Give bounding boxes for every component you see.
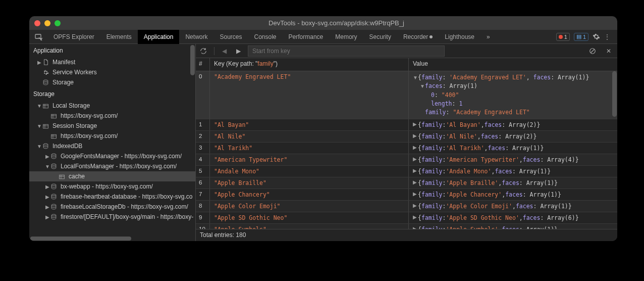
- expand-twisty-icon[interactable]: ▶: [413, 203, 418, 208]
- table-row[interactable]: 4"American Typewriter"▶{family: 'America…: [196, 154, 617, 166]
- sidebar-item[interactable]: ▼IndexedDB: [29, 141, 195, 151]
- info-icon: ▤: [576, 33, 581, 40]
- sidebar-item-label: firestore/[DEFAULT]/boxy-svg/main - http…: [61, 213, 193, 220]
- expand-twisty-icon[interactable]: ▶: [413, 214, 418, 220]
- row-index: 7: [196, 189, 210, 200]
- sidebar-item[interactable]: ▶firestore/[DEFAULT]/boxy-svg/main - htt…: [29, 212, 195, 222]
- tab-sources[interactable]: Sources: [213, 30, 248, 44]
- table-row[interactable]: 6"Apple Braille"▶{family: 'Apple Braille…: [196, 177, 617, 189]
- maximize-window-button[interactable]: [55, 20, 61, 26]
- table-row[interactable]: 3"Al Tarikh"▶{family: 'Al Tarikh', faces…: [196, 143, 617, 154]
- expand-twisty-icon[interactable]: ▶: [413, 156, 418, 162]
- error-badge[interactable]: 1: [556, 33, 570, 41]
- tab-recorder[interactable]: Recorder: [397, 30, 439, 44]
- tree-twisty-icon: ▶: [36, 60, 42, 65]
- sidebar-item[interactable]: ▶GoogleFontsManager - https://boxy-svg.c…: [29, 151, 195, 161]
- refresh-button[interactable]: [200, 48, 209, 55]
- svg-rect-3: [51, 114, 57, 118]
- main-panel: ◀ ▶ ✕ # Key (Key path: "family") Value: [196, 44, 617, 241]
- row-value: ▶{family: 'Al Bayan', faces: Array(2)}: [409, 119, 617, 130]
- sidebar-h-scrollbar[interactable]: [29, 236, 190, 241]
- expand-twisty-icon[interactable]: ▶: [413, 179, 418, 185]
- sidebar-item[interactable]: ▼Local Storage: [29, 101, 195, 111]
- row-value: ▶{family: 'Andale Mono', faces: Array(1)…: [409, 166, 617, 177]
- start-from-key-input[interactable]: [248, 45, 445, 57]
- minimize-window-button[interactable]: [44, 20, 50, 26]
- row-value: ▶{family: 'American Typewriter', faces: …: [409, 154, 617, 165]
- row-index: 0: [196, 71, 210, 119]
- tab-performance[interactable]: Performance: [283, 30, 330, 44]
- table-row[interactable]: 7"Apple Chancery"▶{family: 'Apple Chance…: [196, 189, 617, 201]
- svg-rect-0: [35, 34, 41, 38]
- sidebar-item[interactable]: ▶bx-webapp - https://boxy-svg.com/: [29, 181, 195, 192]
- box-icon: [59, 173, 67, 180]
- box-icon: [42, 123, 50, 129]
- tab-memory[interactable]: Memory: [329, 30, 363, 44]
- tab-elements[interactable]: Elements: [100, 30, 138, 44]
- expand-twisty-icon[interactable]: ▶: [413, 145, 418, 150]
- sidebar: Application▶ManifestService WorkersStora…: [29, 44, 196, 241]
- traffic-lights: [34, 20, 61, 26]
- sidebar-item-label: Manifest: [52, 59, 75, 66]
- row-value: ▶{family: 'Al Tarikh', faces: Array(1)}: [409, 143, 617, 154]
- tabbar: OPFS Explorer Elements Application Netwo…: [29, 30, 617, 44]
- col-header-index[interactable]: #: [196, 58, 210, 71]
- db-icon: [42, 143, 50, 150]
- svg-point-6: [43, 144, 48, 145]
- sidebar-item[interactable]: Storage: [29, 77, 195, 87]
- row-key: "Apple Chancery": [210, 189, 409, 200]
- sidebar-item[interactable]: Service Workers: [29, 67, 195, 77]
- table-row[interactable]: 2"Al Nile"▶{family: 'Al Nile', faces: Ar…: [196, 131, 617, 143]
- prev-page-button[interactable]: ◀: [220, 48, 229, 55]
- sidebar-item[interactable]: ▶Manifest: [29, 57, 195, 67]
- info-badge[interactable]: ▤1: [574, 33, 588, 41]
- next-page-button[interactable]: ▶: [234, 48, 243, 55]
- row-key: "Apple Symbols": [210, 224, 409, 229]
- sidebar-scrollbar[interactable]: [190, 45, 195, 75]
- sidebar-item[interactable]: ▼LocalFontsManager - https://boxy-svg.co…: [29, 161, 195, 171]
- sidebar-item[interactable]: https://boxy-svg.com/: [29, 131, 195, 141]
- db-icon: [50, 153, 59, 160]
- settings-icon[interactable]: [593, 33, 600, 40]
- clear-button[interactable]: [589, 48, 598, 55]
- kebab-menu-icon[interactable]: ⋮: [604, 33, 610, 40]
- sidebar-item-label: Service Workers: [52, 69, 97, 76]
- row-value: ▶{family: 'Apple Color Emoji', faces: Ar…: [409, 201, 617, 212]
- expand-twisty-icon[interactable]: ▶: [413, 226, 418, 229]
- close-window-button[interactable]: [34, 20, 40, 26]
- tab-network[interactable]: Network: [179, 30, 213, 44]
- expand-twisty-icon[interactable]: ▶: [413, 121, 418, 127]
- tab-application[interactable]: Application: [138, 30, 180, 44]
- rows-scrollbar[interactable]: [612, 71, 617, 117]
- inspect-icon[interactable]: [33, 31, 44, 42]
- tab-console[interactable]: Console: [248, 30, 283, 44]
- table-row[interactable]: 5"Andale Mono"▶{family: 'Andale Mono', f…: [196, 166, 617, 177]
- sidebar-item[interactable]: ▶firebase-heartbeat-database - https://b…: [29, 192, 195, 202]
- tab-security[interactable]: Security: [363, 30, 397, 44]
- sidebar-item[interactable]: cache: [29, 171, 195, 181]
- db-icon: [50, 204, 59, 210]
- data-header: # Key (Key path: "family") Value: [196, 58, 617, 71]
- row-index: 9: [196, 212, 210, 223]
- row-key: "Al Tarikh": [210, 143, 409, 154]
- table-row[interactable]: 1"Al Bayan"▶{family: 'Al Bayan', faces: …: [196, 119, 617, 131]
- sidebar-item[interactable]: ▼Session Storage: [29, 121, 195, 131]
- table-row[interactable]: 0"Academy Engraved LET"▼{family: 'Academ…: [196, 71, 617, 119]
- tab-lighthouse[interactable]: Lighthouse: [439, 30, 480, 44]
- expand-twisty-icon[interactable]: ▶: [413, 133, 418, 138]
- sidebar-item[interactable]: ▶firebaseLocalStorageDb - https://boxy-s…: [29, 202, 195, 212]
- table-row[interactable]: 10"Apple Symbols"▶{family: 'Apple Symbol…: [196, 224, 617, 229]
- row-index: 1: [196, 119, 210, 130]
- gear-icon: [42, 69, 50, 76]
- col-header-key[interactable]: Key (Key path: "family"): [210, 58, 409, 71]
- table-row[interactable]: 8"Apple Color Emoji"▶{family: 'Apple Col…: [196, 201, 617, 212]
- expand-twisty-icon[interactable]: ▶: [413, 191, 418, 197]
- delete-button[interactable]: ✕: [604, 48, 613, 55]
- sidebar-item[interactable]: https://boxy-svg.com/: [29, 111, 195, 121]
- tree-twisty-icon: ▶: [44, 184, 50, 190]
- col-header-value[interactable]: Value: [409, 58, 617, 71]
- expand-twisty-icon[interactable]: ▶: [413, 168, 418, 173]
- tab-opfs-explorer[interactable]: OPFS Explorer: [47, 30, 100, 44]
- tab-overflow[interactable]: »: [480, 30, 496, 44]
- table-row[interactable]: 9"Apple SD Gothic Neo"▶{family: 'Apple S…: [196, 212, 617, 224]
